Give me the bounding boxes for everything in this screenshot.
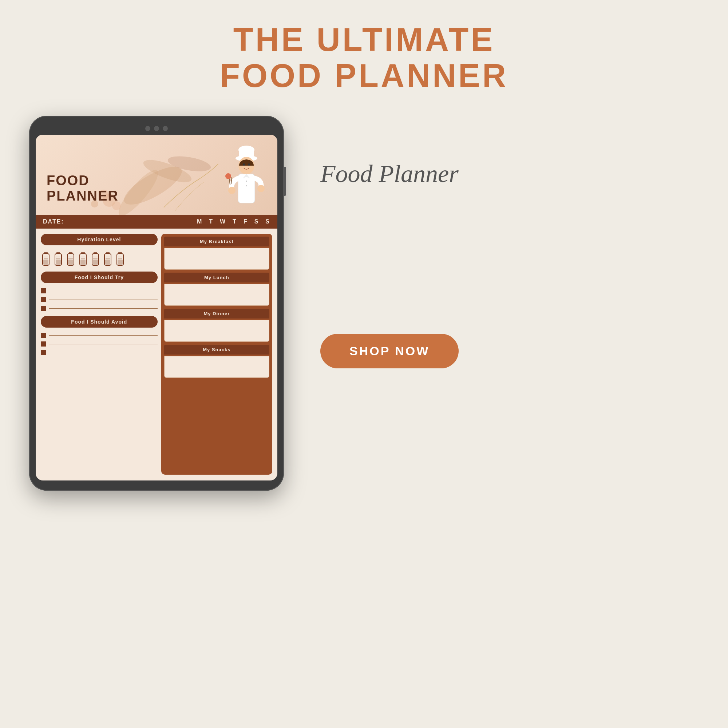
checkbox-try-1: [41, 288, 46, 294]
svg-point-20: [257, 185, 265, 192]
svg-point-15: [246, 180, 247, 182]
svg-point-21: [225, 173, 231, 179]
svg-rect-44: [93, 260, 98, 265]
checklist-try-item-2: [41, 297, 158, 302]
checkbox-avoid-1: [41, 333, 46, 338]
camera-dot-2: [154, 126, 159, 131]
svg-rect-39: [80, 260, 86, 265]
screen-body: Hydration Level: [36, 229, 277, 480]
chef-illustration: [219, 142, 270, 215]
dinner-label: My Dinner: [164, 309, 269, 318]
svg-point-16: [246, 185, 247, 187]
camera-dot-3: [163, 126, 168, 131]
food-avoid-label: Food I Should Avoid: [41, 316, 158, 327]
checkline-try-2: [49, 300, 158, 300]
checkbox-avoid-3: [41, 350, 46, 355]
checklist-avoid-item-2: [41, 341, 158, 347]
svg-rect-24: [43, 260, 48, 265]
screen-right-column: My Breakfast My Lunch My Dinner: [161, 234, 272, 475]
checklist-try-item-3: [41, 306, 158, 311]
water-bottle-1: [41, 251, 51, 266]
checkline-avoid-1: [49, 335, 158, 336]
svg-point-10: [239, 145, 254, 154]
checkline-try-1: [49, 291, 158, 291]
snacks-box[interactable]: [164, 356, 269, 378]
svg-rect-29: [56, 260, 61, 265]
checkbox-try-3: [41, 306, 46, 311]
svg-point-17: [228, 187, 236, 194]
tablet-side-button: [284, 167, 286, 196]
lunch-section: My Lunch: [164, 273, 269, 306]
screen-left-column: Hydration Level: [41, 234, 161, 475]
water-bottle-3: [66, 251, 76, 266]
water-bottle-4: [78, 251, 88, 266]
checklist-avoid-item-1: [41, 333, 158, 338]
lunch-box[interactable]: [164, 284, 269, 306]
breakfast-section: My Breakfast: [164, 237, 269, 270]
food-try-label: Food I Should Try: [41, 272, 158, 283]
tablet-screen: FOOD PLANNER: [36, 135, 277, 480]
page-title: THE ULTIMATE FOOD PLANNER: [220, 22, 508, 94]
svg-rect-34: [68, 260, 73, 265]
camera-dot-1: [145, 126, 150, 131]
date-bar: DATE: M T W T F S S: [36, 215, 277, 229]
checkline-avoid-2: [49, 344, 158, 344]
svg-point-13: [248, 164, 250, 166]
svg-point-12: [243, 164, 245, 166]
meals-panel: My Breakfast My Lunch My Dinner: [161, 234, 272, 475]
checkbox-avoid-2: [41, 341, 46, 347]
food-try-checklist: [41, 287, 158, 312]
checkbox-try-2: [41, 297, 46, 302]
svg-rect-54: [118, 260, 123, 265]
screen-header: FOOD PLANNER: [36, 135, 277, 215]
checklist-try-item-1: [41, 288, 158, 294]
snacks-label: My Snacks: [164, 345, 269, 355]
planner-title: FOOD PLANNER: [47, 173, 119, 204]
svg-point-0: [119, 160, 187, 211]
svg-point-1: [141, 155, 194, 187]
breakfast-label: My Breakfast: [164, 237, 269, 246]
snacks-section: My Snacks: [164, 345, 269, 378]
breakfast-box[interactable]: [164, 248, 269, 270]
checkline-try-3: [49, 308, 158, 309]
date-days: M T W T F S S: [197, 219, 270, 225]
hydration-icons: [41, 249, 158, 268]
food-planner-cursive-label: Food Planner: [320, 159, 459, 188]
dinner-section: My Dinner: [164, 309, 269, 342]
svg-point-2: [113, 166, 164, 215]
checkline-avoid-3: [49, 353, 158, 353]
lunch-label: My Lunch: [164, 273, 269, 283]
svg-point-3: [167, 154, 212, 174]
svg-rect-49: [105, 260, 110, 265]
tablet-device: FOOD PLANNER: [29, 116, 284, 491]
date-label: DATE:: [43, 219, 64, 225]
hydration-section-label: Hydration Level: [41, 234, 158, 245]
water-bottle-2: [53, 251, 63, 266]
water-bottle-7: [115, 251, 125, 266]
checklist-avoid-item-3: [41, 350, 158, 355]
water-bottle-5: [90, 251, 101, 266]
food-avoid-checklist: [41, 331, 158, 357]
water-bottle-6: [102, 251, 113, 266]
sidebar-right: Food Planner SHOP NOW: [306, 116, 699, 369]
dinner-box[interactable]: [164, 320, 269, 342]
shop-now-button[interactable]: SHOP NOW: [320, 334, 459, 369]
